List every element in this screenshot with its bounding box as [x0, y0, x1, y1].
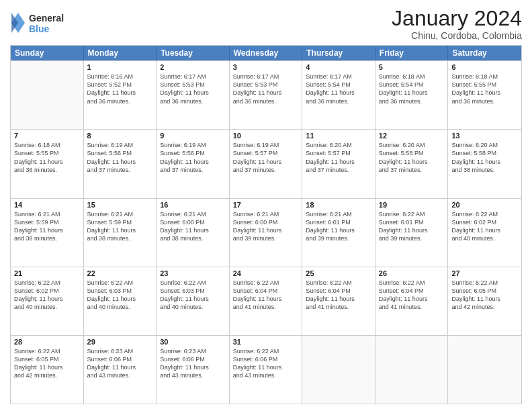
cell-info: Sunrise: 6:21 AMSunset: 5:59 PMDaylight:…: [14, 210, 80, 243]
cell-date-number: 4: [306, 63, 371, 71]
calendar-day-header: Monday: [84, 46, 157, 60]
cell-date-number: 12: [379, 132, 445, 140]
table-row: 17Sunrise: 6:21 AMSunset: 6:00 PMDayligh…: [230, 199, 303, 267]
cell-info: Sunrise: 6:22 AMSunset: 6:05 PMDaylight:…: [14, 347, 80, 380]
sunrise-text: Sunrise: 6:22 AM: [451, 210, 518, 218]
cell-date-number: 22: [87, 269, 153, 277]
sunrise-text: Sunrise: 6:22 AM: [379, 210, 445, 218]
calendar: SundayMondayTuesdayWednesdayThursdayFrid…: [10, 45, 522, 404]
sunset-text: Sunset: 5:53 PM: [160, 81, 226, 89]
daylight-hours-text: Daylight: 11 hours: [233, 89, 299, 97]
cell-date-number: 6: [451, 63, 518, 71]
cell-info: Sunrise: 6:20 AMSunset: 5:58 PMDaylight:…: [451, 141, 518, 174]
table-row: 20Sunrise: 6:22 AMSunset: 6:02 PMDayligh…: [448, 199, 521, 267]
cell-info: Sunrise: 6:22 AMSunset: 6:04 PMDaylight:…: [306, 279, 371, 312]
calendar-body: 1Sunrise: 6:16 AMSunset: 5:52 PMDaylight…: [11, 60, 521, 404]
daylight-minutes-text: and 36 minutes.: [233, 97, 299, 105]
subtitle: Chinu, Cordoba, Colombia: [392, 30, 522, 41]
calendar-week-5: 28Sunrise: 6:22 AMSunset: 6:05 PMDayligh…: [11, 335, 521, 404]
calendar-header: SundayMondayTuesdayWednesdayThursdayFrid…: [11, 46, 521, 60]
table-row: 15Sunrise: 6:21 AMSunset: 5:59 PMDayligh…: [84, 199, 157, 267]
sunrise-text: Sunrise: 6:20 AM: [306, 141, 371, 149]
daylight-hours-text: Daylight: 11 hours: [87, 89, 153, 97]
cell-date-number: 3: [233, 63, 299, 71]
sunset-text: Sunset: 5:59 PM: [87, 218, 153, 226]
daylight-hours-text: Daylight: 11 hours: [379, 89, 445, 97]
sunset-text: Sunset: 5:58 PM: [379, 149, 445, 157]
table-row: 7Sunrise: 6:18 AMSunset: 5:55 PMDaylight…: [11, 130, 84, 197]
table-row: 13Sunrise: 6:20 AMSunset: 5:58 PMDayligh…: [448, 130, 521, 197]
cell-date-number: 27: [451, 269, 518, 277]
daylight-hours-text: Daylight: 11 hours: [379, 226, 445, 234]
table-row: 26Sunrise: 6:22 AMSunset: 6:04 PMDayligh…: [375, 267, 449, 335]
sunrise-text: Sunrise: 6:23 AM: [87, 347, 153, 355]
sunset-text: Sunset: 6:03 PM: [160, 287, 226, 295]
cell-date-number: 31: [233, 338, 299, 346]
sunrise-text: Sunrise: 6:22 AM: [14, 347, 80, 355]
daylight-minutes-text: and 38 minutes.: [451, 166, 518, 174]
table-row: 22Sunrise: 6:22 AMSunset: 6:03 PMDayligh…: [84, 267, 157, 335]
sunset-text: Sunset: 6:04 PM: [233, 287, 299, 295]
daylight-minutes-text: and 39 minutes.: [379, 234, 445, 242]
header: General Blue January 2024 Chinu, Cordoba…: [10, 7, 522, 41]
cell-date-number: 1: [87, 63, 153, 71]
daylight-hours-text: Daylight: 11 hours: [160, 89, 226, 97]
daylight-minutes-text: and 40 minutes.: [451, 234, 518, 242]
sunrise-text: Sunrise: 6:23 AM: [160, 347, 226, 355]
sunrise-text: Sunrise: 6:17 AM: [306, 73, 371, 81]
sunset-text: Sunset: 5:54 PM: [306, 81, 371, 89]
sunset-text: Sunset: 6:05 PM: [451, 287, 518, 295]
daylight-hours-text: Daylight: 11 hours: [87, 226, 153, 234]
daylight-minutes-text: and 41 minutes.: [306, 303, 371, 311]
table-row: 2Sunrise: 6:17 AMSunset: 5:53 PMDaylight…: [157, 61, 230, 129]
sunset-text: Sunset: 5:55 PM: [451, 81, 518, 89]
sunset-text: Sunset: 6:06 PM: [233, 355, 299, 363]
sunrise-text: Sunrise: 6:18 AM: [379, 73, 445, 81]
cell-date-number: 10: [233, 132, 299, 140]
daylight-hours-text: Daylight: 11 hours: [306, 89, 371, 97]
cell-date-number: 11: [306, 132, 371, 140]
cell-info: Sunrise: 6:20 AMSunset: 5:57 PMDaylight:…: [306, 141, 371, 174]
daylight-minutes-text: and 40 minutes.: [14, 303, 80, 311]
daylight-minutes-text: and 39 minutes.: [306, 234, 371, 242]
cell-info: Sunrise: 6:17 AMSunset: 5:53 PMDaylight:…: [233, 73, 299, 105]
cell-info: Sunrise: 6:22 AMSunset: 6:03 PMDaylight:…: [87, 279, 153, 312]
sunrise-text: Sunrise: 6:21 AM: [87, 210, 153, 218]
sunset-text: Sunset: 6:05 PM: [14, 355, 80, 363]
cell-info: Sunrise: 6:23 AMSunset: 6:06 PMDaylight:…: [87, 347, 153, 380]
sunset-text: Sunset: 6:06 PM: [87, 355, 153, 363]
sunrise-text: Sunrise: 6:22 AM: [379, 279, 445, 287]
cell-info: Sunrise: 6:17 AMSunset: 5:53 PMDaylight:…: [160, 73, 226, 105]
sunset-text: Sunset: 6:00 PM: [160, 218, 226, 226]
calendar-week-1: 1Sunrise: 6:16 AMSunset: 5:52 PMDaylight…: [11, 60, 521, 129]
daylight-minutes-text: and 38 minutes.: [14, 234, 80, 242]
table-row: 9Sunrise: 6:19 AMSunset: 5:56 PMDaylight…: [157, 130, 230, 197]
daylight-minutes-text: and 36 minutes.: [14, 166, 80, 174]
cell-info: Sunrise: 6:18 AMSunset: 5:54 PMDaylight:…: [379, 73, 445, 105]
cell-date-number: 18: [306, 201, 371, 209]
daylight-hours-text: Daylight: 11 hours: [160, 295, 226, 303]
daylight-minutes-text: and 37 minutes.: [379, 166, 445, 174]
daylight-minutes-text: and 39 minutes.: [233, 234, 299, 242]
daylight-hours-text: Daylight: 11 hours: [451, 226, 518, 234]
cell-date-number: 24: [233, 269, 299, 277]
cell-date-number: 16: [160, 201, 226, 209]
cell-date-number: 8: [87, 132, 153, 140]
sunset-text: Sunset: 6:00 PM: [233, 218, 299, 226]
calendar-week-2: 7Sunrise: 6:18 AMSunset: 5:55 PMDaylight…: [11, 129, 521, 197]
daylight-minutes-text: and 37 minutes.: [160, 166, 226, 174]
sunset-text: Sunset: 6:06 PM: [160, 355, 226, 363]
calendar-day-header: Friday: [375, 46, 449, 60]
cell-info: Sunrise: 6:22 AMSunset: 6:04 PMDaylight:…: [233, 279, 299, 312]
sunrise-text: Sunrise: 6:17 AM: [160, 73, 226, 81]
daylight-minutes-text: and 37 minutes.: [87, 166, 153, 174]
daylight-minutes-text: and 41 minutes.: [233, 303, 299, 311]
cell-date-number: 15: [87, 201, 153, 209]
cell-info: Sunrise: 6:17 AMSunset: 5:54 PMDaylight:…: [306, 73, 371, 105]
table-row: 4Sunrise: 6:17 AMSunset: 5:54 PMDaylight…: [302, 61, 375, 129]
daylight-minutes-text: and 40 minutes.: [87, 303, 153, 311]
cell-date-number: 19: [379, 201, 445, 209]
table-row: 3Sunrise: 6:17 AMSunset: 5:53 PMDaylight…: [230, 61, 303, 129]
daylight-hours-text: Daylight: 11 hours: [160, 226, 226, 234]
sunrise-text: Sunrise: 6:17 AM: [233, 73, 299, 81]
